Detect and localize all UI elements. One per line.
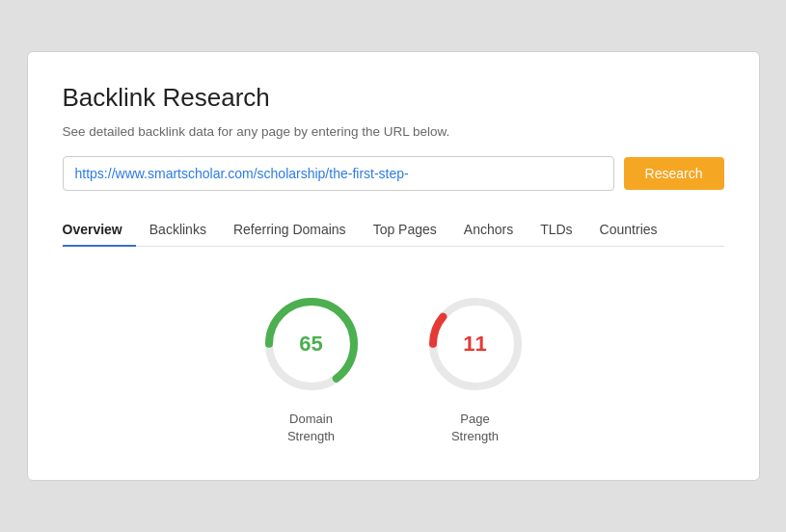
search-row: Research xyxy=(63,156,724,191)
tab-backlinks[interactable]: Backlinks xyxy=(136,214,220,247)
domain-strength-value: 65 xyxy=(299,332,322,357)
tab-referring-domains[interactable]: Referring Domains xyxy=(220,214,360,247)
domain-strength-metric: 65 DomainStrength xyxy=(258,291,365,445)
tab-anchors[interactable]: Anchors xyxy=(450,214,527,247)
domain-strength-label: DomainStrength xyxy=(287,411,335,445)
page-strength-value: 11 xyxy=(463,332,486,357)
main-card: Backlink Research See detailed backlink … xyxy=(27,51,760,481)
tab-tlds[interactable]: TLDs xyxy=(527,214,585,247)
url-input[interactable] xyxy=(63,156,614,191)
tab-top-pages[interactable]: Top Pages xyxy=(360,214,450,247)
page-strength-metric: 11 PageStrength xyxy=(422,291,529,445)
research-button[interactable]: Research xyxy=(624,157,724,190)
page-subtitle: See detailed backlink data for any page … xyxy=(63,124,724,139)
page-strength-label: PageStrength xyxy=(451,411,499,445)
page-title: Backlink Research xyxy=(63,83,724,113)
tabs-nav: Overview Backlinks Referring Domains Top… xyxy=(63,214,724,247)
domain-strength-chart: 65 xyxy=(258,291,365,397)
page-strength-chart: 11 xyxy=(422,291,529,397)
metrics-row: 65 DomainStrength 11 PageStrength xyxy=(63,281,724,445)
tab-countries[interactable]: Countries xyxy=(586,214,671,247)
tab-overview[interactable]: Overview xyxy=(63,214,136,247)
